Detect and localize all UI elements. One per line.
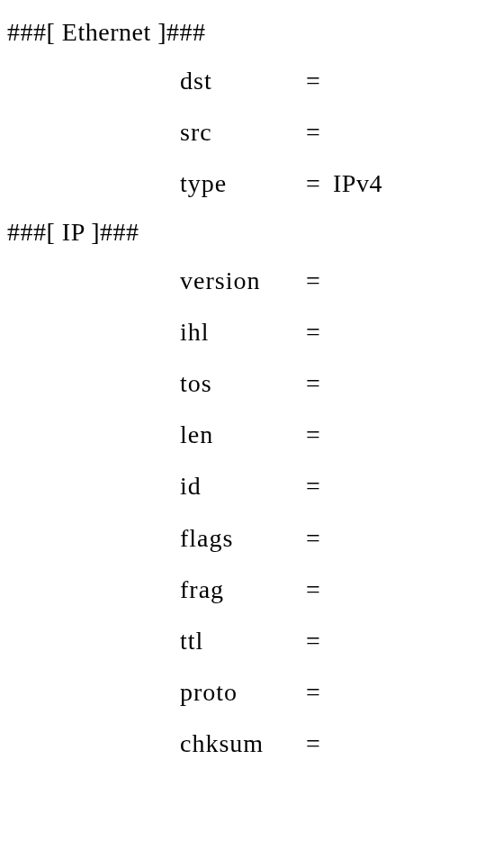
field-name-src: src [180, 114, 306, 149]
field-name-frag: frag [180, 572, 306, 607]
field-name-flags: flags [180, 520, 306, 556]
field-row: len = [0, 417, 503, 452]
equals-sign: = [306, 572, 333, 607]
field-row: id = [0, 468, 503, 503]
field-row: frag = [0, 572, 503, 607]
equals-sign: = [306, 114, 333, 149]
equals-sign: = [306, 623, 333, 658]
equals-sign: = [306, 314, 333, 349]
field-row: chksum = [0, 726, 503, 761]
field-name-id: id [180, 468, 306, 503]
field-row: ihl = [0, 314, 503, 349]
equals-sign: = [306, 726, 333, 761]
field-row: type = IPv4 [0, 166, 503, 201]
field-name-tos: tos [180, 366, 306, 401]
field-name-ihl: ihl [180, 314, 306, 349]
packet-dump-output: ###[ Ethernet ]### dst = src = type = IP… [0, 18, 503, 761]
equals-sign: = [306, 520, 333, 556]
equals-sign: = [306, 63, 333, 98]
field-row: ttl = [0, 623, 503, 658]
equals-sign: = [306, 366, 333, 401]
field-row: flags = [0, 520, 503, 556]
field-row: proto = [0, 674, 503, 710]
field-row: dst = [0, 63, 503, 98]
equals-sign: = [306, 468, 333, 503]
equals-sign: = [306, 263, 333, 298]
ethernet-section-header: ###[ Ethernet ]### [0, 18, 503, 47]
equals-sign: = [306, 417, 333, 452]
field-name-dst: dst [180, 63, 306, 98]
field-row: version = [0, 263, 503, 298]
field-name-version: version [180, 263, 306, 298]
field-row: tos = [0, 366, 503, 401]
field-name-chksum: chksum [180, 726, 306, 761]
field-value-type: IPv4 [333, 166, 382, 201]
ip-section-header: ###[ IP ]### [0, 218, 503, 247]
equals-sign: = [306, 166, 333, 201]
field-row: src = [0, 114, 503, 149]
field-name-ttl: ttl [180, 623, 306, 658]
equals-sign: = [306, 674, 333, 710]
field-name-len: len [180, 417, 306, 452]
field-name-type: type [180, 166, 306, 201]
field-name-proto: proto [180, 674, 306, 710]
